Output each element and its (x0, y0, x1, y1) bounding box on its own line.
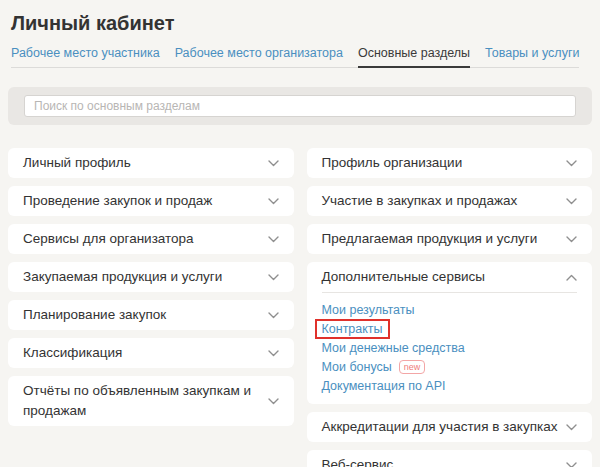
accordion-card-right-5: Аккредитации для участия в закупках (307, 412, 593, 442)
section-header[interactable]: Закупаемая продукция и услуги (8, 262, 294, 292)
service-link-1[interactable]: Мои результаты (322, 303, 415, 317)
link-row: Мои результаты (322, 300, 578, 319)
section-title: Классификация (23, 343, 122, 363)
accordion-card-right-1: Профиль организации (307, 148, 593, 178)
section-header[interactable]: Участие в закупках и продажах (307, 186, 593, 216)
tab-main-sections[interactable]: Основные разделы (358, 46, 470, 67)
service-link-2[interactable]: Контракты (322, 322, 383, 336)
highlight-box: Контракты (315, 319, 390, 339)
chevron-down-icon (566, 424, 577, 431)
chevron-down-icon (566, 198, 577, 205)
page-title: Личный кабинет (11, 12, 600, 34)
accordion-card-left-5: Планирование закупок (8, 300, 294, 330)
new-badge: new (399, 360, 426, 374)
chevron-down-icon (268, 312, 279, 319)
chevron-down-icon (268, 236, 279, 243)
section-title: Веб-сервис (322, 455, 394, 467)
personal-account-page: Личный кабинет Рабочее место участникаРа… (0, 0, 600, 467)
section-header[interactable]: Профиль организации (307, 148, 593, 178)
chevron-down-icon (268, 350, 279, 357)
section-title: Отчёты по объявленным закупкам и продажа… (23, 381, 260, 421)
section-title: Предлагаемая продукция и услуги (322, 229, 538, 249)
link-row: Документация по API (322, 376, 578, 395)
service-link-5[interactable]: Документация по API (322, 379, 446, 393)
accordion-card-right-6: Веб-сервис (307, 450, 593, 467)
chevron-down-icon (566, 462, 577, 467)
section-header[interactable]: Классификация (8, 338, 294, 368)
section-header[interactable]: Отчёты по объявленным закупкам и продажа… (8, 376, 294, 426)
section-header[interactable]: Дополнительные сервисы (307, 262, 593, 292)
tab-goods-services[interactable]: Товары и услуги (485, 46, 579, 67)
accordion-card-left-3: Сервисы для организатора (8, 224, 294, 254)
chevron-up-icon (566, 274, 577, 281)
service-link-3[interactable]: Мои денежные средства (322, 341, 465, 355)
section-title: Аккредитации для участия в закупках (322, 417, 558, 437)
chevron-down-icon (268, 274, 279, 281)
right-column: Профиль организацииУчастие в закупках и … (307, 148, 593, 467)
chevron-down-icon (268, 398, 279, 405)
accordion-card-right-2: Участие в закупках и продажах (307, 186, 593, 216)
section-header[interactable]: Личный профиль (8, 148, 294, 178)
accordion-card-right-4: Дополнительные сервисыМои результатыКонт… (307, 262, 593, 404)
chevron-down-icon (566, 236, 577, 243)
tab-workplace-participant[interactable]: Рабочее место участника (11, 46, 160, 67)
section-title: Личный профиль (23, 153, 131, 173)
section-header[interactable]: Проведение закупок и продаж (8, 186, 294, 216)
accordion-card-left-6: Классификация (8, 338, 294, 368)
chevron-down-icon (268, 198, 279, 205)
link-row: Мои денежные средства (322, 338, 578, 357)
section-title: Проведение закупок и продаж (23, 191, 212, 211)
accordion-card-left-2: Проведение закупок и продаж (8, 186, 294, 216)
section-title: Дополнительные сервисы (322, 267, 486, 287)
tab-workplace-organizer[interactable]: Рабочее место организатора (175, 46, 343, 67)
left-column: Личный профильПроведение закупок и прода… (8, 148, 294, 434)
section-links: Мои результатыКонтрактыМои денежные сред… (322, 292, 578, 404)
section-header[interactable]: Предлагаемая продукция и услуги (307, 224, 593, 254)
sections-grid: Личный профильПроведение закупок и прода… (8, 148, 592, 467)
section-header[interactable]: Планирование закупок (8, 300, 294, 330)
accordion-card-right-3: Предлагаемая продукция и услуги (307, 224, 593, 254)
service-link-4[interactable]: Мои бонусы (322, 360, 392, 374)
section-title: Участие в закупках и продажах (322, 191, 518, 211)
section-header[interactable]: Аккредитации для участия в закупках (307, 412, 593, 442)
chevron-down-icon (268, 160, 279, 167)
link-row: Контракты (322, 319, 578, 338)
section-header[interactable]: Сервисы для организатора (8, 224, 294, 254)
accordion-card-left-7: Отчёты по объявленным закупкам и продажа… (8, 376, 294, 426)
section-title: Закупаемая продукция и услуги (23, 267, 222, 287)
section-header[interactable]: Веб-сервис (307, 450, 593, 467)
tab-bar: Рабочее место участникаРабочее место орг… (11, 46, 579, 68)
link-row: Мои бонусыnew (322, 357, 578, 376)
section-title: Профиль организации (322, 153, 463, 173)
chevron-down-icon (566, 160, 577, 167)
accordion-card-left-4: Закупаемая продукция и услуги (8, 262, 294, 292)
search-panel (8, 87, 592, 125)
section-title: Сервисы для организатора (23, 229, 194, 249)
search-input[interactable] (24, 95, 576, 117)
section-title: Планирование закупок (23, 305, 166, 325)
accordion-card-left-1: Личный профиль (8, 148, 294, 178)
